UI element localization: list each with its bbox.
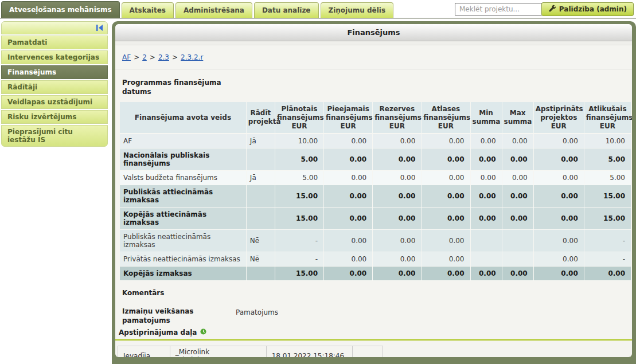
cell-value: 0.00: [422, 267, 470, 281]
cell-value: 0.00: [373, 134, 422, 148]
column-header-finansējuma-avota-veids: Finansējuma avota veids: [120, 102, 246, 134]
cell-show-in-project: Jā: [246, 171, 275, 185]
cell-show-in-project: [246, 267, 275, 281]
breadcrumb-link-2-3[interactable]: 2.3: [158, 53, 169, 61]
finance-row-label: Privātās neattiecināmās izmaksas: [120, 252, 246, 267]
cell-value: 0.00: [584, 267, 631, 281]
cell-value: 0.00: [324, 267, 373, 281]
comment-label: Komentārs: [122, 289, 632, 297]
audit-row-ievadīja: Ievadīja_Microlink Administrators18.01.2…: [118, 346, 383, 357]
wrench-icon: [548, 5, 556, 14]
cell-value: 0.00: [533, 171, 584, 185]
cell-value: 0.00: [324, 252, 373, 267]
finance-row-publiskās-neattiecināmās-izmaksas: Publiskās neattiecināmās izmaksasNē-0.00…: [120, 230, 631, 252]
column-header-max-summa: Max summa: [502, 102, 533, 134]
audit-action: Ievadīja: [118, 346, 170, 357]
audit-link-cell: [352, 346, 383, 357]
breadcrumb: AF>2>2.3>2.3.2.r: [115, 45, 632, 69]
cell-value: 0.00: [502, 208, 533, 230]
page-title: Finansējums: [115, 24, 632, 41]
sidebar-collapse-button[interactable]: [95, 24, 104, 33]
main-content-frame: Finansējums AF>2>2.3>2.3.2.r Programmas …: [112, 21, 636, 364]
column-header-rezerves-finansējums-eur: Rezerves finansējums EUR: [373, 102, 422, 134]
cell-value: 0.00: [422, 134, 470, 148]
cell-value: 0.00: [422, 208, 470, 230]
collapse-left-icon: [96, 24, 104, 33]
column-header-pieejamais-finansējums-eur: Pieejamais finansējums EUR: [324, 102, 373, 134]
cell-value: 0.00: [502, 267, 533, 281]
finance-row-valsts-budžeta-finansējums: Valsts budžeta finansējumsJā5.000.000.00…: [120, 171, 631, 185]
cell-show-in-project: Jā: [246, 134, 275, 148]
cell-value: [470, 252, 502, 267]
finance-row-label: Publiskās neattiecināmās izmaksas: [120, 230, 246, 252]
cell-value: 0.00: [533, 230, 584, 252]
column-header-plānotais-finansējums-eur: Plānotais finansējums EUR: [275, 102, 323, 134]
cell-show-in-project: [246, 185, 275, 208]
cell-value: 0.00: [324, 134, 373, 148]
cell-value: -: [584, 230, 631, 252]
sidebar-item-risku-izvērtējums[interactable]: Risku izvērtējums: [1, 110, 108, 124]
cell-show-in-project: [246, 208, 275, 230]
top-tabs: Atveseļošanas mehānismsAtskaitesAdminist…: [1, 1, 393, 18]
cell-value: [502, 230, 533, 252]
finance-row-privātās-neattiecināmās-izmaksas: Privātās neattiecināmās izmaksasNē-0.000…: [120, 252, 631, 267]
page: Atveseļošanas mehānismsAtskaitesAdminist…: [0, 0, 636, 364]
breadcrumb-separator: >: [134, 53, 139, 61]
cell-value: 0.00: [533, 134, 584, 148]
finance-table-header-row: Finansējuma avota veidsRādīt projektāPlā…: [120, 102, 631, 134]
sidebar-item-rādītāji[interactable]: Rādītāji: [1, 80, 108, 94]
finance-row-kopējās-izmaksas: Kopējās izmaksas15.000.000.000.000.000.0…: [120, 267, 631, 281]
breadcrumb-separator: >: [172, 53, 178, 61]
tab-administrēšana[interactable]: Administrēšana: [175, 2, 252, 18]
cell-value: 5.00: [584, 148, 631, 171]
cell-value: 0.00: [373, 230, 422, 252]
cell-value: 0.00: [324, 148, 373, 171]
cell-show-in-project: Nē: [246, 252, 275, 267]
cell-value: 15.00: [584, 208, 631, 230]
cell-value: 0.00: [533, 208, 584, 230]
history-clock-icon[interactable]: [200, 328, 206, 336]
breadcrumb-link-2[interactable]: 2: [142, 53, 147, 61]
cell-value: 0.00: [502, 148, 533, 171]
cell-value: 0.00: [422, 252, 470, 267]
cell-value: 0.00: [533, 185, 584, 208]
cell-value: 0.00: [502, 134, 533, 148]
cell-value: 0.00: [373, 148, 422, 171]
sidebar-item-pieprasījumi-citu-iestāžu-is[interactable]: Pieprasījumi citu iestāžu IS: [1, 125, 108, 147]
cell-value: 15.00: [584, 185, 631, 208]
sidebar: PamatdatiIntervences kategorijasFinansēj…: [1, 21, 108, 147]
audit-table: Ievadīja_Microlink Administrators18.01.2…: [118, 346, 383, 357]
tab-atveseļošanas-mehānisms[interactable]: Atveseļošanas mehānisms: [1, 1, 120, 18]
cell-value: 0.00: [533, 267, 584, 281]
cell-value: 0.00: [470, 148, 502, 171]
sidebar-item-intervences-kategorijas[interactable]: Intervences kategorijas: [1, 50, 108, 64]
column-header-apstiprināts-projektos-eur: Apstiprināts projektos EUR: [533, 102, 584, 134]
cell-value: 0.00: [470, 134, 502, 148]
finance-row-nacionālais-publiskais-finansējums: Nacionālais publiskais finansējums5.000.…: [120, 148, 631, 171]
finance-row-kopējās-attiecināmās-izmaksas: Kopējās attiecināmās izmaksas15.000.000.…: [120, 208, 631, 230]
finance-row-label: AF: [120, 134, 246, 148]
audit-user: _Microlink Administrators: [170, 346, 266, 357]
tab-ziņojumu-dēlis[interactable]: Ziņojumu dēlis: [321, 2, 394, 18]
cell-value: [470, 230, 502, 252]
cell-value: 15.00: [275, 185, 323, 208]
sidebar-item-pamatdati[interactable]: Pamatdati: [1, 36, 108, 49]
main-panel: Finansējums AF>2>2.3>2.3.2.r Programmas …: [115, 24, 632, 357]
tab-datu-analīze[interactable]: Datu analīze: [254, 2, 319, 18]
cell-value: 5.00: [584, 171, 631, 185]
help-button-label: Palīdzība (admin): [559, 5, 627, 13]
breadcrumb-link-2-3-2-r[interactable]: 2.3.2.r: [181, 53, 203, 61]
cell-value: 0.00: [533, 252, 584, 267]
cell-value: 0.00: [373, 267, 422, 281]
cell-value: 0.00: [373, 252, 422, 267]
cell-value: 0.00: [422, 171, 470, 185]
sidebar-item-finansējums[interactable]: Finansējums: [1, 65, 108, 79]
tab-atskaites[interactable]: Atskaites: [122, 2, 174, 18]
sidebar-item-veidlapas-uzstādījumi[interactable]: Veidlapas uzstādījumi: [1, 95, 108, 109]
breadcrumb-link-af[interactable]: AF: [122, 53, 131, 61]
cell-value: 0.00: [422, 148, 470, 171]
help-button[interactable]: Palīdzība (admin): [541, 2, 634, 16]
cell-value: 0.00: [373, 185, 422, 208]
finance-table: Finansējuma avota veidsRādīt projektāPlā…: [120, 102, 631, 281]
finance-table-body: AFJā10.000.000.000.000.000.000.0010.00Na…: [120, 134, 631, 281]
